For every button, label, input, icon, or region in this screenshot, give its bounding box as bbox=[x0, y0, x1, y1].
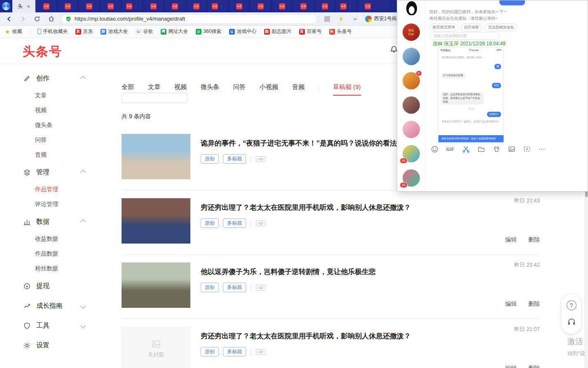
bookmark-item[interactable]: G谷歌 bbox=[136, 28, 153, 35]
delete-link[interactable]: 删除 bbox=[528, 236, 540, 244]
bookmark-item[interactable]: 网网址大全 bbox=[161, 28, 188, 35]
sidebar-section-withdraw[interactable]: ¥ 提现 bbox=[0, 276, 103, 296]
sidebar-item-comment-manage[interactable]: 评论管理 bbox=[0, 197, 103, 212]
contact-avatar-food-orange[interactable]: 6 bbox=[403, 72, 420, 89]
tab-qa[interactable]: 问答 bbox=[233, 83, 246, 96]
emoji-icon[interactable] bbox=[431, 145, 438, 153]
image-icon[interactable] bbox=[508, 145, 515, 153]
toutiao-logo[interactable]: 头条号 bbox=[23, 43, 62, 60]
delete-link[interactable]: 删除 bbox=[528, 300, 540, 308]
sidebar-item-article[interactable]: 文章 bbox=[0, 88, 103, 103]
screenshot-scissors-icon[interactable] bbox=[462, 145, 470, 153]
browser-tab[interactable]: 头条⋮ bbox=[121, 0, 143, 12]
gif-icon[interactable]: GIF bbox=[446, 147, 454, 152]
sidebar-section-manage[interactable]: 管理 bbox=[0, 162, 103, 182]
draft-thumbnail[interactable] bbox=[122, 134, 190, 179]
file-folder-icon[interactable] bbox=[478, 145, 485, 153]
sidebar-section-tools[interactable]: 工具 bbox=[0, 316, 103, 335]
forward-icon[interactable] bbox=[19, 15, 27, 23]
close-tab-icon[interactable]: × bbox=[27, 3, 30, 9]
bookmark-item[interactable]: 游游戏大全 bbox=[101, 28, 128, 35]
delete-link[interactable]: 删除 bbox=[528, 365, 540, 368]
browser-logo-icon[interactable] bbox=[2, 2, 10, 10]
bookmark-item[interactable]: 励励志图片 bbox=[264, 28, 292, 35]
tab-weitoutiao[interactable]: 微头条 bbox=[201, 83, 219, 96]
grid-apps-icon[interactable] bbox=[323, 15, 331, 23]
sidebar-section-create[interactable]: 创作 bbox=[0, 68, 103, 88]
browser-tab[interactable]: 头条 bbox=[293, 0, 314, 12]
tab-minivideo[interactable]: 小视频 bbox=[260, 83, 278, 96]
edit-link[interactable]: 编辑 bbox=[505, 300, 517, 308]
contact-avatar-photo-blue[interactable] bbox=[403, 48, 420, 65]
tab-drafts[interactable]: 草稿箱 (9) bbox=[333, 83, 361, 96]
sidebar-item-video[interactable]: 视频 bbox=[0, 103, 103, 118]
sidebar-item-income-data[interactable]: 收益数据 bbox=[0, 232, 103, 246]
tab-options-dots[interactable]: ⋮ bbox=[348, 4, 352, 9]
quick-reply-tag[interactable]: 无法投稿加油包 bbox=[485, 23, 517, 31]
edit-link[interactable]: 编辑 bbox=[505, 236, 517, 244]
contact-avatar-media-red[interactable]: 紫陌传媒 bbox=[403, 23, 420, 41]
browser-tab[interactable]: 头条⋮ bbox=[207, 0, 228, 12]
contact-avatar-heart-green[interactable]: 1K bbox=[403, 169, 420, 187]
bookmark-item[interactable]: 京京东 bbox=[75, 28, 93, 35]
back-icon[interactable] bbox=[5, 15, 13, 23]
draft-thumbnail[interactable] bbox=[122, 263, 190, 308]
browser-tab[interactable]: 头条 bbox=[78, 0, 100, 12]
status-filter-select[interactable] bbox=[122, 93, 187, 103]
contact-avatar-heart-yellow[interactable]: 1K bbox=[403, 145, 420, 162]
help-question-icon[interactable]: ? bbox=[567, 300, 576, 310]
screen-record-icon[interactable] bbox=[523, 145, 531, 153]
lightning-icon[interactable] bbox=[337, 15, 345, 23]
bookmark-item[interactable]: G游戏中心 bbox=[229, 28, 257, 35]
refresh-icon[interactable] bbox=[33, 15, 41, 23]
sidebar-item-content-manage[interactable]: 作品管理 bbox=[0, 182, 103, 197]
bookmark-item[interactable]: 头头条号 bbox=[329, 28, 352, 35]
browser-tab[interactable]: 头条 bbox=[250, 0, 271, 12]
bookmark-item[interactable]: 手机收藏夹 bbox=[37, 28, 68, 35]
browser-tab[interactable]: 头条 bbox=[164, 0, 185, 12]
tab-options-dots[interactable]: ⋮ bbox=[134, 4, 138, 9]
browser-tab[interactable]: 头条 bbox=[357, 0, 378, 12]
tab-audio[interactable]: 音频 bbox=[292, 83, 305, 96]
browser-tab[interactable]: 头条 bbox=[314, 0, 335, 12]
draft-thumbnail[interactable]: 无封面 bbox=[122, 327, 190, 368]
chat-question-input[interactable]: 请输入想咨询的问题 bbox=[429, 32, 499, 40]
more-icon[interactable]: ⋯ bbox=[539, 147, 545, 151]
contact-avatar-photo-brown[interactable] bbox=[403, 96, 420, 114]
contact-avatar-cartoon-pink[interactable] bbox=[403, 121, 420, 138]
sidebar-item-qa[interactable]: 问答 bbox=[0, 133, 103, 148]
edit-link[interactable]: 编辑 bbox=[505, 365, 517, 368]
bookmark-item[interactable]: ★收藏 bbox=[5, 28, 22, 35]
browser-tab[interactable]: 头条 bbox=[143, 0, 164, 12]
browser-tab[interactable]: 头条 bbox=[100, 0, 121, 12]
browser-tab[interactable]: 头条 bbox=[228, 0, 250, 12]
draft-thumbnail[interactable] bbox=[122, 198, 190, 244]
sidebar-section-growth[interactable]: 成长指南 bbox=[0, 296, 103, 316]
browser-tab[interactable]: 头条 bbox=[271, 0, 293, 12]
browser-tab-active[interactable]: 头 × bbox=[12, 0, 35, 12]
browser-tab[interactable]: 头条 bbox=[35, 0, 57, 12]
headset-icon[interactable] bbox=[567, 317, 576, 328]
tab-options-dots[interactable]: ⋮ bbox=[220, 4, 224, 9]
draft-title[interactable]: 穷还穷出理了？老太太在医院里用手机听戏，影响别人休息还撒泼？ bbox=[201, 332, 540, 341]
draft-title[interactable]: 他以逗弄傻子为乐，岂料傻子逆转剧情，竟让他乐极生悲 bbox=[201, 267, 540, 277]
bookmark-item[interactable]: 百百家号 bbox=[299, 28, 322, 35]
chevron-down-icon[interactable] bbox=[351, 15, 359, 23]
chat-screenshot-image[interactable]: 中国电信 下午6:58 28% 有结果后会在此通知，请您耐心等待~ 嗯 27号发… bbox=[438, 47, 504, 143]
bookmark-item[interactable]: O360搜索 bbox=[196, 28, 222, 35]
sidebar-section-settings[interactable]: 设置 bbox=[0, 335, 103, 355]
home-icon[interactable] bbox=[47, 15, 55, 23]
draft-title[interactable]: 穷还穷出理了？老太太在医院里用手机听戏，影响别人休息还撒泼？ bbox=[201, 203, 540, 212]
contact-avatar-qq-logo[interactable] bbox=[403, 0, 420, 16]
browser-tab[interactable]: 头条 bbox=[185, 0, 207, 12]
browser-tab[interactable]: 头条 bbox=[57, 0, 78, 12]
sidebar-item-content-data[interactable]: 作品数据 bbox=[0, 246, 103, 261]
quick-reply-tag[interactable]: 自荐候审 bbox=[461, 23, 482, 31]
browser-tab[interactable]: 头条⋮ bbox=[335, 0, 357, 12]
sidebar-item-audio[interactable]: 音频 bbox=[0, 148, 103, 162]
clothes-icon[interactable] bbox=[493, 145, 500, 153]
sidebar-item-weitoutiao[interactable]: 微头条 bbox=[0, 118, 103, 133]
quick-reply-tag[interactable]: 推荐状态查询 bbox=[429, 23, 458, 31]
sidebar-section-data[interactable]: 数据 bbox=[0, 212, 103, 232]
sidebar-item-fans-data[interactable]: 粉丝数据 bbox=[0, 261, 103, 276]
